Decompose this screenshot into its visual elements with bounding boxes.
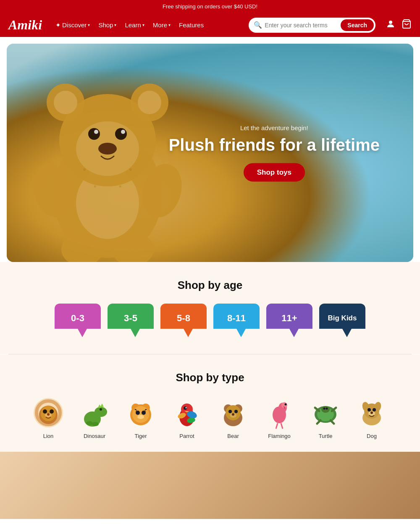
- age-badge-5-8[interactable]: 5-8: [160, 304, 207, 337]
- svg-point-58: [228, 410, 232, 413]
- svg-point-65: [285, 403, 287, 406]
- nav-item-features[interactable]: Features: [176, 19, 207, 31]
- svg-point-33: [100, 408, 102, 411]
- chevron-down-icon: ▾: [142, 23, 144, 27]
- header-icons: [386, 19, 412, 31]
- search-icon: 🔍: [254, 21, 262, 29]
- shop-by-type-title: Shop by type: [8, 371, 412, 384]
- cart-icon[interactable]: [402, 19, 412, 31]
- bear-label: Bear: [227, 433, 239, 439]
- bottom-preview-section: [0, 452, 420, 519]
- nav-item-more[interactable]: More ▾: [150, 19, 174, 31]
- dog-image: [353, 396, 391, 430]
- chevron-down-icon: ▾: [88, 23, 90, 27]
- type-item-dinosaur[interactable]: Dinosaur: [76, 396, 113, 439]
- nav-label-learn: Learn: [125, 21, 141, 29]
- turtle-label: Turtle: [319, 433, 333, 439]
- shop-by-age-title: Shop by age: [8, 279, 412, 292]
- svg-point-30: [47, 413, 50, 416]
- bear-image: [214, 396, 252, 430]
- hero-text: Let the adventure begin! Plush friends f…: [169, 124, 380, 182]
- svg-point-41: [132, 406, 149, 423]
- type-grid: Lion Dinosaur: [8, 396, 412, 439]
- svg-point-12: [138, 91, 161, 114]
- search-input[interactable]: [265, 22, 338, 29]
- dog-label: Dog: [367, 433, 377, 439]
- svg-point-37: [92, 422, 99, 426]
- svg-point-36: [86, 421, 93, 425]
- search-button[interactable]: Search: [341, 19, 374, 31]
- parrot-label: Parrot: [179, 433, 194, 439]
- dinosaur-image: [76, 396, 113, 430]
- nav-item-learn[interactable]: Learn ▾: [121, 19, 147, 31]
- svg-point-14: [88, 128, 100, 140]
- shop-by-age-section: Shop by age 0-3 3-5 5-8 8-11 11+ Big Kid…: [0, 262, 420, 354]
- svg-point-28: [50, 409, 54, 414]
- svg-point-19: [83, 168, 86, 171]
- svg-point-59: [234, 410, 238, 413]
- bottom-preview-bg: [0, 452, 420, 519]
- flamingo-label: Flamingo: [268, 433, 290, 439]
- account-icon[interactable]: [386, 19, 396, 31]
- shop-toys-button[interactable]: Shop toys: [244, 163, 305, 182]
- svg-line-67: [281, 423, 283, 429]
- tiger-label: Tiger: [134, 433, 147, 439]
- svg-point-16: [94, 130, 98, 134]
- nav-label-shop: Shop: [98, 21, 113, 29]
- lion-label: Lion: [43, 433, 54, 439]
- svg-point-0: [389, 21, 392, 24]
- chevron-down-icon: ▾: [168, 23, 171, 27]
- age-badge-8-11[interactable]: 8-11: [213, 304, 260, 337]
- svg-point-78: [373, 408, 376, 411]
- type-item-dog[interactable]: Dog: [353, 396, 391, 439]
- svg-marker-34: [98, 404, 101, 408]
- svg-point-44: [137, 415, 144, 419]
- svg-point-10: [54, 91, 77, 114]
- age-badge-3-5[interactable]: 3-5: [108, 304, 154, 337]
- dinosaur-label: Dinosaur: [84, 433, 105, 439]
- nav-label-more: More: [153, 21, 167, 29]
- nav-label-features: Features: [179, 21, 204, 29]
- hero-section: Let the adventure begin! Plush friends f…: [7, 44, 413, 262]
- search-bar: 🔍 Search: [249, 18, 375, 33]
- shop-by-type-section: Shop by type Lion: [0, 354, 420, 452]
- age-badge-big-kids[interactable]: Big Kids: [319, 304, 365, 337]
- svg-point-80: [370, 411, 373, 414]
- svg-point-17: [121, 130, 125, 134]
- type-item-bear[interactable]: Bear: [214, 396, 252, 439]
- tiger-image: [122, 396, 160, 430]
- svg-point-72: [326, 408, 328, 410]
- svg-point-22: [119, 186, 121, 188]
- hero-subtitle: Let the adventure begin!: [169, 124, 380, 131]
- type-item-lion[interactable]: Lion: [29, 396, 67, 439]
- type-item-turtle[interactable]: Turtle: [307, 396, 344, 439]
- parrot-image: [168, 396, 206, 430]
- nav-item-discover[interactable]: ✦ Discover ▾: [52, 19, 93, 31]
- lion-image: [29, 396, 67, 430]
- type-item-flamingo[interactable]: Flamingo: [260, 396, 298, 439]
- svg-point-71: [323, 408, 326, 410]
- announcement-bar: Free shipping on orders over $40 USD!: [0, 0, 420, 13]
- svg-point-20: [129, 168, 132, 171]
- svg-point-18: [98, 143, 117, 155]
- svg-point-50: [186, 407, 187, 409]
- chevron-down-icon: ▾: [114, 23, 116, 27]
- svg-point-15: [115, 128, 127, 140]
- announcement-text: Free shipping on orders over $40 USD!: [163, 3, 257, 10]
- age-badge-11-plus[interactable]: 11+: [266, 304, 312, 337]
- nav-item-shop[interactable]: Shop ▾: [95, 19, 120, 31]
- svg-marker-35: [100, 403, 104, 407]
- type-item-parrot[interactable]: Parrot: [168, 396, 206, 439]
- logo[interactable]: Amiki: [8, 17, 42, 33]
- sparkle-icon: ✦: [55, 21, 61, 29]
- turtle-image: [307, 396, 344, 430]
- svg-point-21: [94, 186, 96, 188]
- main-nav: ✦ Discover ▾ Shop ▾ Learn ▾ More ▾ Featu…: [52, 19, 242, 31]
- age-badge-0-3[interactable]: 0-3: [55, 304, 101, 337]
- type-item-tiger[interactable]: Tiger: [122, 396, 160, 439]
- hero-title: Plush friends for a lifetime: [169, 135, 380, 155]
- age-badges-container: 0-3 3-5 5-8 8-11 11+ Big Kids: [8, 304, 412, 341]
- header: Amiki ✦ Discover ▾ Shop ▾ Learn ▾ More ▾…: [0, 13, 420, 37]
- flamingo-image: [260, 396, 298, 430]
- svg-point-77: [368, 408, 371, 411]
